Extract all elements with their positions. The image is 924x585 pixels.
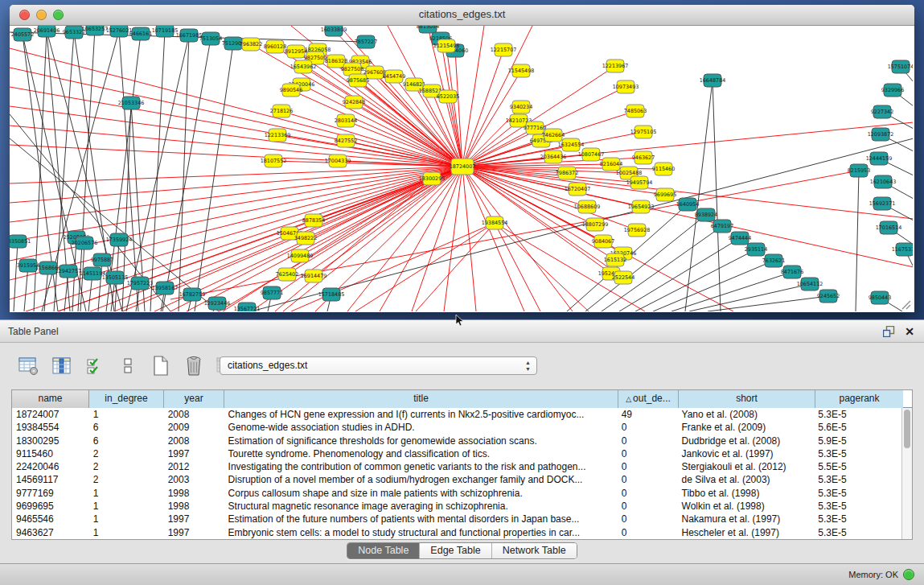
network-node-label: 18724007 (450, 163, 476, 170)
table-row[interactable]: 1456911722003Disruption of a novel membe… (12, 473, 901, 486)
table-cell: 5.3E-5 (814, 447, 901, 460)
network-node-label: 10688609 (574, 204, 601, 210)
select-column-button[interactable] (51, 355, 73, 377)
network-node-label: 9875685 (347, 77, 369, 84)
network-node-label: 16914479 (301, 273, 327, 279)
table-tabbar: Node TableEdge TableNetwork Table (0, 542, 924, 560)
network-node-label: 2405572 (11, 31, 34, 38)
network-node-label: 7513054 (199, 35, 222, 42)
scrollbar-thumb[interactable] (904, 410, 910, 448)
network-node-label: 2718126 (270, 108, 293, 114)
table-row[interactable]: 977716911998Corpus callosum shape and si… (12, 487, 901, 500)
new-table-button[interactable] (150, 355, 172, 377)
table-cell: 0 (618, 447, 678, 460)
table-cell: Tibbo et al. (1998) (678, 487, 815, 500)
table-cell: 0 (618, 526, 678, 539)
table-cell: 5.3E-5 (814, 500, 901, 513)
table-row[interactable]: 1872400712008Changes of HCN gene express… (12, 408, 901, 421)
memory-status-indicator[interactable] (903, 569, 914, 580)
table-cell: 2009 (164, 421, 224, 434)
network-node-label: 8216044 (600, 161, 622, 167)
column-header-pagerank[interactable]: pagerank (815, 390, 903, 408)
table-cell: 2 (89, 473, 164, 486)
table-row[interactable]: 2242004622012Investigating the contribut… (12, 460, 901, 473)
network-node-label: 18107552 (261, 158, 287, 164)
network-node-label: 11215498 (433, 43, 460, 49)
network-node-label: 8427552 (335, 138, 357, 144)
close-panel-icon[interactable]: ✕ (905, 325, 914, 338)
table-cell: 5.6E-5 (814, 421, 901, 434)
network-node-label: 12213369 (265, 132, 291, 138)
table-cell: 9699695 (12, 500, 89, 513)
network-node-label: 9827508 (341, 66, 363, 72)
select-all-button[interactable] (84, 355, 106, 377)
table-cell: Investigating the contribution of common… (224, 460, 618, 473)
network-node-label: 11545498 (508, 68, 535, 74)
column-header-in_degree[interactable]: in_degree (89, 390, 164, 408)
vertical-scrollbar[interactable] (901, 408, 912, 539)
table-cell: 1 (89, 408, 164, 421)
network-node-label: 12444159 (866, 155, 893, 162)
tab-node-table[interactable]: Node Table (347, 543, 419, 558)
table-cell: 1 (89, 500, 164, 513)
table-cell: 1 (89, 513, 164, 525)
network-canvas[interactable]: 2405572206914069653327106532571527602164… (10, 26, 913, 311)
window-resize-grip[interactable] (900, 299, 911, 310)
delete-rows-button[interactable] (183, 355, 205, 377)
table-row[interactable]: 969969511998Structural magnetic resonanc… (12, 500, 901, 513)
network-node-label: 7986372 (556, 170, 578, 176)
float-panel-icon[interactable] (883, 326, 895, 337)
network-node-label: 15276021 (106, 27, 133, 34)
network-node-label: 16671985 (176, 32, 203, 39)
network-node-label: 9115460 (652, 166, 675, 172)
table-cell: 0 (618, 500, 678, 513)
network-window: citations_edges.txt 24055722069140696533… (10, 5, 914, 312)
network-node-label: 18807299 (582, 221, 609, 228)
column-header-name[interactable]: name (12, 390, 89, 408)
tab-network-table[interactable]: Network Table (491, 543, 577, 558)
table-select-dropdown[interactable]: citations_edges.txt ▲▼ (220, 356, 537, 375)
table-row[interactable]: 946362711997Embryonic stem cells: a mode… (12, 526, 901, 539)
network-node-label: 6466161 (129, 31, 152, 37)
table-cell: 9465546 (12, 513, 89, 525)
network-node-label: 12213967 (602, 63, 629, 69)
network-window-titlebar[interactable]: citations_edges.txt (10, 5, 914, 26)
table-row[interactable]: 911546021997Tourette syndrome. Phenomeno… (12, 447, 901, 460)
table-row[interactable]: 1830029562008Estimation of significance … (12, 435, 901, 447)
citation-network-graph[interactable]: 2405572206914069653327106532571527602164… (10, 26, 913, 311)
tab-edge-table[interactable]: Edge Table (419, 543, 491, 558)
table-cell: 1997 (164, 513, 224, 525)
network-node-label: 10973493 (613, 84, 639, 90)
network-node-label: 16033809 (321, 27, 347, 33)
table-cell: Structural magnetic resonance image aver… (224, 500, 618, 513)
table-cell: 2003 (164, 473, 224, 486)
table-cell: 0 (618, 513, 678, 525)
column-header-year[interactable]: year (164, 390, 224, 408)
network-node-label: 17957223 (127, 280, 154, 286)
column-header-short[interactable]: short (679, 390, 815, 408)
column-settings-button[interactable] (18, 355, 40, 377)
table-cell: 1998 (164, 487, 224, 500)
network-node-label: 2803144 (335, 117, 357, 124)
table-row[interactable]: 946554611997Estimation of the future num… (12, 513, 901, 525)
network-node-label: 10654112 (797, 281, 823, 287)
table-cell: 0 (618, 435, 678, 447)
network-node-label: 7462664 (542, 132, 565, 138)
column-header-title[interactable]: title (224, 390, 618, 408)
table-cell: 2008 (164, 435, 224, 447)
network-node-label: 17016514 (876, 225, 902, 231)
deselect-all-button[interactable] (117, 355, 139, 377)
nodes-layer: 2405572206914069653327106532571527602164… (10, 26, 913, 311)
network-node-label: 19654923 (628, 204, 655, 210)
table-row[interactable]: 1938455462009Genome-wide association stu… (12, 421, 901, 434)
column-header-out_de[interactable]: △out_de... (618, 390, 679, 408)
table-cell: 9463627 (12, 526, 89, 539)
network-node-label: 12215707 (491, 47, 517, 53)
table-cell: 2012 (164, 460, 224, 473)
table-cell: 19384554 (12, 421, 89, 434)
network-node-label: 7485063 (624, 108, 647, 114)
network-node-label: 20206576 (72, 240, 98, 246)
network-node-label: 12975105 (630, 129, 657, 135)
network-node-label: 10025488 (616, 170, 643, 176)
network-node-label: 19495794 (626, 179, 653, 186)
